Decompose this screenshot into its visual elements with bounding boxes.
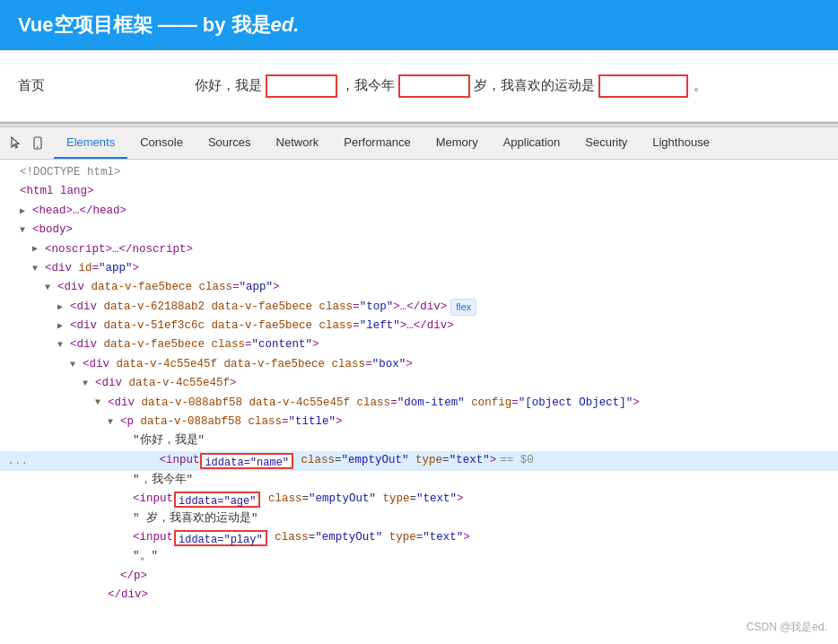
code-line: </div> [0,586,838,605]
code-line: <div data-v-4c55e45f data-v-fae5bece cla… [0,355,838,374]
code-line: <p data-v-088abf58 class="title"> [0,413,838,431]
main-content: 首页 你好，我是 ，我今年 岁，我喜欢的运动是 。 [0,50,838,122]
inspect-icon[interactable] [7,135,25,152]
tab-lighthouse[interactable]: Lighthouse [640,127,722,159]
code-line: <head>…</head> [0,202,838,221]
tab-sources[interactable]: Sources [196,127,264,159]
devtools-toolbar: Elements Console Sources Network Perform… [0,127,838,160]
dots-indicator: ... [7,452,28,470]
tab-performance[interactable]: Performance [331,127,423,159]
tab-elements[interactable]: Elements [54,127,127,159]
iddata-age-box: iddata="age" [174,492,260,508]
code-line-input-name: ... <input iddata="name" class="emptyOut… [0,451,838,471]
sentence-part1: 你好，我是 [195,77,262,94]
tab-network[interactable]: Network [264,127,332,159]
code-line: <div data-v-fae5bece class="app"> [0,278,838,297]
code-line: "，我今年" [0,471,838,490]
code-line: <html lang> [0,182,838,201]
tab-memory[interactable]: Memory [423,127,491,159]
name-input[interactable] [266,74,337,98]
iddata-play-box: iddata="play" [174,530,267,546]
code-line: " 岁，我喜欢的运动是" [0,509,838,528]
top-bar-title: Vue空项目框架 —— by 我是ed. [18,12,299,39]
code-line: <div data-v-4c55e45f> [0,374,838,393]
iddata-name-box: iddata="name" [200,453,293,469]
top-bar: Vue空项目框架 —— by 我是ed. [0,0,838,50]
nav-home[interactable]: 首页 [18,77,45,94]
flex-badge: flex [450,299,476,316]
code-line: <div data-v-51ef3c6c data-v-fae5bece cla… [0,317,838,335]
tab-security[interactable]: Security [572,127,640,159]
code-line-input-age: <input iddata="age" class="emptyOut" typ… [0,490,838,509]
code-line: <div id="app"> [0,259,838,278]
code-line: <!DOCTYPE html> [0,163,838,182]
code-line: <div data-v-088abf58 data-v-4c55e45f cla… [0,394,838,413]
code-line-input-play: <input iddata="play" class="emptyOut" ty… [0,528,838,547]
sentence-area: 你好，我是 ，我今年 岁，我喜欢的运动是 。 [81,74,820,98]
devtools-panel: Elements Console Sources Network Perform… [0,122,838,644]
tab-console[interactable]: Console [127,127,196,159]
sentence-part3: 岁，我喜欢的运动是 [474,77,595,94]
code-line: "你好，我是" [0,431,838,450]
tab-application[interactable]: Application [491,127,573,159]
code-line: <body> [0,221,838,239]
sentence-part2: ，我今年 [341,77,395,94]
age-input[interactable] [398,74,470,98]
devtools-tabs: Elements Console Sources Network Perform… [54,127,831,159]
sport-input[interactable] [598,74,688,98]
code-line: "。" [0,547,838,566]
code-panel: <!DOCTYPE html> <html lang> <head>…</hea… [0,160,838,644]
code-line: </p> [0,567,838,586]
code-line: <noscript>…</noscript> [0,240,838,259]
sentence-part4: 。 [694,77,707,94]
watermark: CSDN @我是ed. [746,620,827,635]
code-line: <div data-v-fae5bece class="content"> [0,335,838,354]
device-icon[interactable] [29,135,47,152]
devtools-icon-group [7,135,47,152]
code-line: <div data-v-62188ab2 data-v-fae5bece cla… [0,298,838,317]
